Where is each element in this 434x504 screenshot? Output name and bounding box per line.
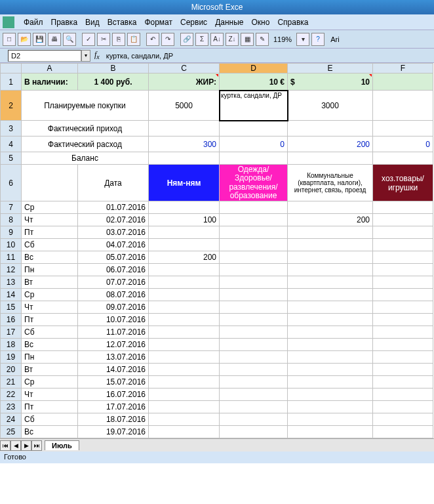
copy-icon[interactable]: ⎘: [112, 33, 125, 46]
sort-asc-icon[interactable]: A↓: [210, 33, 224, 46]
row-12[interactable]: 12: [1, 264, 22, 276]
cell-F12[interactable]: [373, 264, 433, 276]
cell-C18[interactable]: [149, 339, 220, 351]
cell-B25[interactable]: 19.07.2016: [78, 426, 149, 438]
cell-C6[interactable]: Ням-ням: [149, 165, 220, 201]
cell-F11[interactable]: [373, 251, 433, 264]
fx-icon[interactable]: fx: [90, 50, 104, 60]
cell-C24[interactable]: [149, 413, 220, 426]
cell-B1[interactable]: 1 400 руб.: [78, 74, 149, 91]
row-1[interactable]: 1: [1, 74, 22, 91]
cell-E23[interactable]: [288, 401, 373, 413]
row-13[interactable]: 13: [1, 276, 22, 289]
cell-F5[interactable]: [373, 152, 433, 165]
save-icon[interactable]: 💾: [33, 33, 46, 46]
cell-B23[interactable]: 17.07.2016: [78, 401, 149, 413]
cell-E12[interactable]: [288, 264, 373, 276]
cell-B11[interactable]: 05.07.2016: [78, 251, 149, 264]
cell-F20[interactable]: [373, 364, 433, 376]
cell-E15[interactable]: [288, 301, 373, 314]
cell-C20[interactable]: [149, 364, 220, 376]
formula-input[interactable]: куртка, сандали, ДР: [104, 50, 434, 62]
cell-A15[interactable]: Чт: [22, 301, 78, 314]
cell-C23[interactable]: [149, 401, 220, 413]
cell-C17[interactable]: [149, 326, 220, 339]
drawing-icon[interactable]: ✎: [256, 33, 269, 46]
cell-A3B3[interactable]: Фактический приход: [22, 121, 149, 136]
cell-A11[interactable]: Вс: [22, 251, 78, 264]
cell-D5[interactable]: [220, 152, 288, 165]
cell-A6[interactable]: [22, 165, 78, 201]
cell-B12[interactable]: 06.07.2016: [78, 264, 149, 276]
row-7[interactable]: 7: [1, 201, 22, 214]
cell-E20[interactable]: [288, 364, 373, 376]
help-icon[interactable]: ?: [311, 33, 325, 46]
cell-C19[interactable]: [149, 351, 220, 364]
cell-F8[interactable]: [373, 214, 433, 226]
cell-F10[interactable]: [373, 239, 433, 251]
cell-A2B2[interactable]: Планируемые покупки: [22, 91, 149, 121]
cell-F13[interactable]: [373, 276, 433, 289]
tab-nav-last-icon[interactable]: ⏭: [31, 440, 42, 451]
redo-icon[interactable]: ↷: [161, 33, 174, 46]
cell-C1[interactable]: ЖИР:: [149, 74, 220, 91]
cell-C10[interactable]: [149, 239, 220, 251]
cell-D9[interactable]: [220, 226, 288, 239]
zoom-dd-icon[interactable]: ▾: [296, 33, 309, 46]
row-21[interactable]: 21: [1, 376, 22, 388]
menu-data[interactable]: Данные: [211, 18, 247, 27]
cell-B8[interactable]: 02.07.2016: [78, 214, 149, 226]
menu-view[interactable]: Вид: [81, 18, 104, 27]
row-14[interactable]: 14: [1, 289, 22, 301]
cell-F15[interactable]: [373, 301, 433, 314]
cell-D7[interactable]: [220, 201, 288, 214]
row-10[interactable]: 10: [1, 239, 22, 251]
sheet-tab[interactable]: Июль: [45, 440, 79, 450]
cell-C14[interactable]: [149, 289, 220, 301]
cell-D16[interactable]: [220, 314, 288, 326]
cell-C3[interactable]: [149, 121, 220, 136]
cell-E1[interactable]: $10: [288, 74, 373, 91]
row-24[interactable]: 24: [1, 413, 22, 426]
row-4[interactable]: 4: [1, 136, 22, 152]
cell-E9[interactable]: [288, 226, 373, 239]
cell-D3[interactable]: [220, 121, 288, 136]
cell-B15[interactable]: 09.07.2016: [78, 301, 149, 314]
col-C[interactable]: C: [149, 64, 220, 74]
link-icon[interactable]: 🔗: [180, 33, 193, 46]
cell-C11[interactable]: 200: [149, 251, 220, 264]
cell-F22[interactable]: [373, 388, 433, 401]
tab-nav-prev-icon[interactable]: ◀: [10, 440, 21, 451]
cell-A23[interactable]: Пт: [22, 401, 78, 413]
sum-icon[interactable]: Σ: [195, 33, 208, 46]
cell-D2[interactable]: куртка, сандали, ДР: [220, 91, 288, 121]
new-icon[interactable]: □: [3, 33, 16, 46]
menu-format[interactable]: Формат: [140, 18, 176, 27]
spell-icon[interactable]: ✓: [82, 33, 95, 46]
row-15[interactable]: 15: [1, 301, 22, 314]
cell-F14[interactable]: [373, 289, 433, 301]
cell-D13[interactable]: [220, 276, 288, 289]
cell-A25[interactable]: Вс: [22, 426, 78, 438]
cell-A20[interactable]: Вт: [22, 364, 78, 376]
cell-E4[interactable]: 200: [288, 136, 373, 152]
cell-C21[interactable]: [149, 376, 220, 388]
cell-B16[interactable]: 10.07.2016: [78, 314, 149, 326]
cell-A4B4[interactable]: Фактический расход: [22, 136, 149, 152]
cell-B7[interactable]: 01.07.2016: [78, 201, 149, 214]
cell-D19[interactable]: [220, 351, 288, 364]
cell-E18[interactable]: [288, 339, 373, 351]
cell-F24[interactable]: [373, 413, 433, 426]
cell-D25[interactable]: [220, 426, 288, 438]
row-19[interactable]: 19: [1, 351, 22, 364]
paste-icon[interactable]: 📋: [127, 33, 140, 46]
cell-C15[interactable]: [149, 301, 220, 314]
cell-E21[interactable]: [288, 376, 373, 388]
cell-A8[interactable]: Чт: [22, 214, 78, 226]
cell-D10[interactable]: [220, 239, 288, 251]
cell-B6[interactable]: Дата: [78, 165, 149, 201]
cell-A18[interactable]: Вс: [22, 339, 78, 351]
chart-icon[interactable]: ▦: [241, 33, 254, 46]
cell-E5[interactable]: [288, 152, 373, 165]
cell-B19[interactable]: 13.07.2016: [78, 351, 149, 364]
